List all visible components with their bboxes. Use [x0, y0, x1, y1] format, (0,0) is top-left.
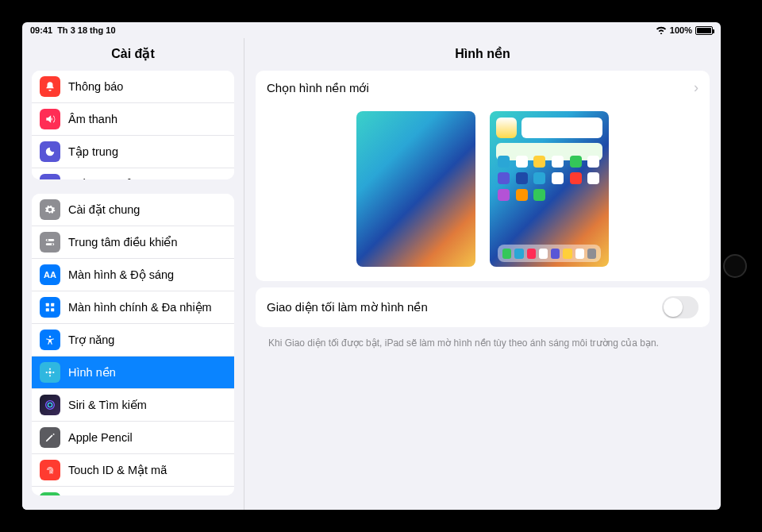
sidebar-item-screen-time[interactable]: Thời gian sử dụng [32, 168, 234, 179]
siri-icon [40, 395, 60, 415]
svg-point-10 [46, 401, 55, 410]
sidebar-item-touch-id[interactable]: Touch ID & Mật mã [32, 453, 234, 486]
gear-icon [40, 199, 60, 220]
label: Cài đặt chung [68, 203, 226, 216]
svg-point-8 [49, 336, 51, 337]
sidebar-item-display[interactable]: AA Màn hình & Độ sáng [32, 258, 234, 291]
sidebar-item-accessibility[interactable]: Trợ năng [32, 323, 234, 356]
sidebar-item-pencil[interactable]: Apple Pencil [32, 421, 234, 453]
fingerprint-icon [40, 460, 60, 480]
svg-point-9 [48, 372, 52, 375]
status-bar: 09:41 Th 3 18 thg 10 100% [22, 22, 721, 38]
detail-pane: Hình nền Chọn hình nền mới › [244, 38, 721, 510]
grid-icon [40, 297, 60, 318]
speaker-icon [40, 109, 60, 129]
label: Hình nền [68, 366, 226, 379]
choose-wallpaper-card: Chọn hình nền mới › [256, 71, 710, 281]
text-size-icon: AA [40, 264, 60, 285]
pencil-icon [40, 427, 60, 448]
chevron-right-icon: › [694, 79, 698, 96]
accessibility-icon [40, 330, 60, 350]
sidebar-item-general[interactable]: Cài đặt chung [32, 194, 234, 226]
label: Thời gian sử dụng [68, 178, 226, 179]
sidebar-item-sounds[interactable]: Âm thanh [32, 102, 234, 135]
wifi-icon [656, 25, 667, 36]
label: Màn hình chính & Đa nhiệm [68, 301, 226, 314]
sidebar-item-wallpaper[interactable]: Hình nền [32, 356, 234, 388]
switches-icon [40, 232, 60, 253]
status-date: Th 3 18 thg 10 [57, 25, 115, 35]
home-screen-preview[interactable] [490, 111, 609, 267]
svg-point-3 [52, 244, 53, 245]
sidebar-group-1: Thông báo Âm thanh Tập trung Thời gian s… [32, 71, 234, 179]
ipad-frame: 09:41 Th 3 18 thg 10 100% Cài đặt Thông … [0, 0, 762, 532]
label: Apple Pencil [68, 431, 226, 444]
detail-title: Hình nền [244, 38, 721, 71]
dim-card: Giao diện tối làm mờ hình nền [256, 287, 710, 327]
sidebar-item-control-center[interactable]: Trung tâm điều khiển [32, 226, 234, 258]
svg-rect-4 [46, 303, 49, 306]
svg-point-11 [48, 403, 52, 407]
dim-row: Giao diện tối làm mờ hình nền [256, 287, 710, 327]
label: Màn hình & Độ sáng [68, 268, 226, 281]
svg-rect-6 [46, 309, 49, 312]
label: Touch ID & Mật mã [68, 464, 226, 476]
battery-percent: 100% [670, 25, 692, 35]
battery-icon [695, 26, 713, 35]
battery-icon-row [40, 492, 60, 495]
dim-label: Giao diện tối làm mờ hình nền [267, 300, 428, 314]
settings-sidebar: Cài đặt Thông báo Âm thanh Tập trung [22, 38, 244, 510]
label: Trợ năng [68, 333, 226, 346]
svg-rect-5 [51, 303, 54, 306]
wallpaper-previews [256, 105, 710, 281]
home-button[interactable] [723, 254, 747, 278]
lock-screen-preview[interactable] [356, 111, 475, 267]
dim-footer-note: Khi Giao diện tối được bật, iPad sẽ làm … [256, 333, 710, 349]
choose-wallpaper-row[interactable]: Chọn hình nền mới › [256, 71, 710, 105]
label: Âm thanh [68, 113, 226, 125]
sidebar-item-notifications[interactable]: Thông báo [32, 71, 234, 102]
hourglass-icon [40, 174, 60, 179]
sidebar-title: Cài đặt [22, 38, 244, 71]
screen: 09:41 Th 3 18 thg 10 100% Cài đặt Thông … [22, 22, 721, 510]
wallpaper-icon [40, 362, 60, 383]
moon-icon [40, 141, 60, 162]
label: Siri & Tìm kiếm [68, 399, 226, 411]
sidebar-item-siri[interactable]: Siri & Tìm kiếm [32, 388, 234, 421]
label: Trung tâm điều khiển [68, 236, 226, 249]
choose-wallpaper-label: Chọn hình nền mới [267, 81, 369, 95]
svg-rect-7 [51, 309, 54, 312]
sidebar-item-battery[interactable]: Pin [32, 486, 234, 495]
sidebar-group-2: Cài đặt chung Trung tâm điều khiển AA Mà… [32, 194, 234, 495]
status-time: 09:41 [30, 25, 52, 35]
bell-icon [40, 76, 60, 97]
label: Tập trung [68, 145, 226, 158]
sidebar-item-home-screen[interactable]: Màn hình chính & Đa nhiệm [32, 291, 234, 323]
sidebar-item-focus[interactable]: Tập trung [32, 135, 234, 168]
label: Thông báo [68, 80, 226, 93]
svg-point-2 [47, 240, 48, 241]
dim-toggle[interactable] [662, 296, 698, 318]
